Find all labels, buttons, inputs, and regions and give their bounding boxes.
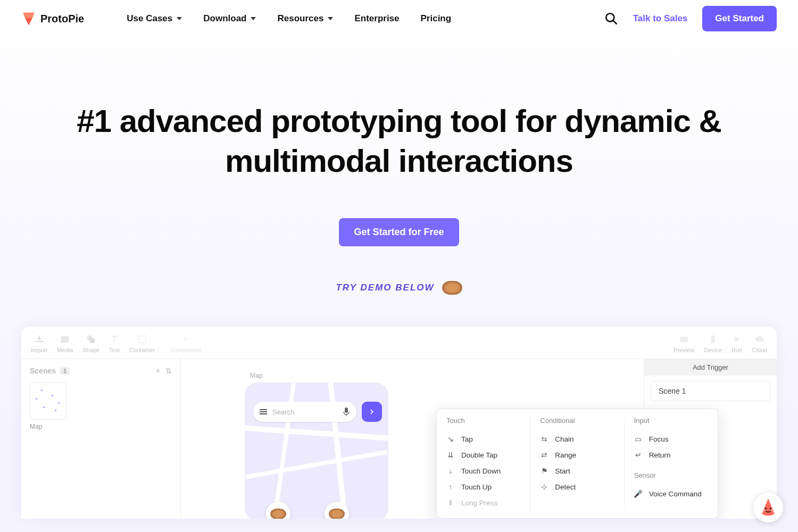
trigger-focus[interactable]: ▭Focus xyxy=(634,431,708,447)
scene-label: Map xyxy=(30,423,172,430)
tool-import[interactable]: Import xyxy=(31,334,47,353)
chain-icon: ⇆ xyxy=(540,435,548,443)
nav-use-cases[interactable]: Use Cases xyxy=(127,13,182,24)
tool-device[interactable]: Device xyxy=(704,334,722,353)
map-search-field[interactable]: Search xyxy=(253,402,356,422)
component-icon xyxy=(180,334,191,345)
run-icon xyxy=(732,334,742,345)
touch-down-icon: ↓ xyxy=(446,467,455,475)
get-started-button[interactable]: Get Started xyxy=(702,6,777,31)
nav-pricing[interactable]: Pricing xyxy=(421,13,452,24)
svg-point-10 xyxy=(770,508,771,509)
popover-col-conditional: Conditional ⇆Chain ⇄Range ⚑Start ⊹Detect xyxy=(530,417,624,511)
popover-col-touch: Touch ↘Tap ⇊Double Tap ↓Touch Down ↑Touc… xyxy=(437,417,530,511)
scene-tab[interactable]: Scene 1 xyxy=(651,381,770,401)
tool-container[interactable]: Container xyxy=(129,334,155,353)
brand-name: ProtoPie xyxy=(40,13,84,25)
talk-to-sales-link[interactable]: Talk to Sales xyxy=(633,13,688,24)
voice-icon: 🎤 xyxy=(634,489,643,498)
tap-icon: ↘ xyxy=(446,435,455,443)
svg-rect-5 xyxy=(138,336,145,343)
map-prototype[interactable]: Search xyxy=(245,383,388,519)
detect-icon: ⊹ xyxy=(540,483,548,491)
chevron-down-icon xyxy=(251,17,256,20)
canvas-scene-label: Map xyxy=(250,372,262,379)
add-trigger-button[interactable]: Add Trigger xyxy=(644,359,777,376)
tool-media[interactable]: Media xyxy=(57,334,73,353)
trigger-long-press[interactable]: ⬇Long Press xyxy=(446,495,520,511)
svg-point-12 xyxy=(771,510,773,511)
shape-icon xyxy=(86,334,96,345)
nav-enterprise[interactable]: Enterprise xyxy=(354,13,399,24)
chevron-right-icon xyxy=(368,408,376,415)
trigger-chain[interactable]: ⇆Chain xyxy=(540,431,614,447)
svg-rect-8 xyxy=(345,408,348,413)
protopie-logo-icon xyxy=(21,11,36,26)
brand-logo[interactable]: ProtoPie xyxy=(21,11,84,26)
chevron-down-icon xyxy=(177,17,182,20)
mascot-icon xyxy=(759,497,777,518)
popover-col-input: Input ▭Focus ↵Return Sensor 🎤Voice Comma… xyxy=(625,417,718,511)
container-icon xyxy=(137,334,147,345)
map-go-button[interactable] xyxy=(362,402,382,422)
trigger-popover: Touch ↘Tap ⇊Double Tap ↓Touch Down ↑Touc… xyxy=(436,409,718,519)
search-placeholder: Search xyxy=(272,408,337,416)
return-icon: ↵ xyxy=(634,451,643,459)
trigger-touch-down[interactable]: ↓Touch Down xyxy=(446,463,520,479)
get-started-free-button[interactable]: Get Started for Free xyxy=(339,218,459,246)
start-icon: ⚑ xyxy=(540,467,548,475)
tool-preview[interactable]: Preview xyxy=(674,334,694,353)
trigger-tap[interactable]: ↘Tap xyxy=(446,431,520,447)
chevron-down-icon xyxy=(328,17,333,20)
cloud-icon xyxy=(754,334,765,345)
tool-text[interactable]: Text xyxy=(109,334,120,353)
preview-icon xyxy=(679,334,689,345)
popover-heading-conditional: Conditional xyxy=(540,417,614,425)
tool-cloud[interactable]: Cloud xyxy=(752,334,767,353)
trigger-start[interactable]: ⚑Start xyxy=(540,463,614,479)
pie-icon xyxy=(270,509,286,519)
import-icon xyxy=(34,334,45,345)
scenes-panel: Scenes 1 +⇅ Map xyxy=(21,359,181,519)
svg-rect-7 xyxy=(711,336,715,344)
trigger-detect[interactable]: ⊹Detect xyxy=(540,479,614,495)
double-tap-icon: ⇊ xyxy=(446,451,455,459)
tool-component[interactable]: Component xyxy=(171,334,201,353)
svg-rect-4 xyxy=(90,338,94,343)
media-icon xyxy=(60,334,70,345)
site-header: ProtoPie Use Cases Download Resources En… xyxy=(0,0,798,37)
trigger-range[interactable]: ⇄Range xyxy=(540,447,614,463)
svg-point-9 xyxy=(765,508,767,509)
sort-scenes-button[interactable]: ⇅ xyxy=(165,367,172,375)
nav-resources[interactable]: Resources xyxy=(277,13,333,24)
tool-run[interactable]: Run xyxy=(732,334,742,353)
trigger-double-tap[interactable]: ⇊Double Tap xyxy=(446,447,520,463)
popover-heading-input: Input xyxy=(634,417,708,425)
scene-thumbnail[interactable] xyxy=(30,383,67,420)
focus-icon: ▭ xyxy=(634,435,643,443)
add-scene-button[interactable]: + xyxy=(156,367,160,375)
long-press-icon: ⬇ xyxy=(446,498,455,507)
trigger-return[interactable]: ↵Return xyxy=(634,447,708,463)
primary-nav: Use Cases Download Resources Enterprise … xyxy=(127,13,451,24)
scenes-title: Scenes xyxy=(30,367,56,375)
hamburger-icon[interactable] xyxy=(260,409,267,414)
range-icon: ⇄ xyxy=(540,451,548,459)
trigger-touch-up[interactable]: ↑Touch Up xyxy=(446,479,520,495)
help-mascot-button[interactable] xyxy=(753,493,783,522)
demo-workspace: Scenes 1 +⇅ Map Map Search xyxy=(21,359,777,519)
svg-point-11 xyxy=(763,510,766,511)
trigger-voice-command[interactable]: 🎤Voice Command xyxy=(634,486,708,502)
scenes-count-badge: 1 xyxy=(60,367,70,375)
demo-app-shell: Import Media Shape Text Container Compon… xyxy=(21,327,777,519)
search-icon[interactable] xyxy=(604,12,618,26)
mic-icon[interactable] xyxy=(343,407,350,417)
svg-rect-6 xyxy=(680,337,688,342)
pie-icon xyxy=(442,281,462,295)
touch-up-icon: ↑ xyxy=(446,483,455,491)
nav-download[interactable]: Download xyxy=(203,13,256,24)
tool-shape[interactable]: Shape xyxy=(82,334,99,353)
pie-icon xyxy=(329,509,345,519)
hero-headline: #1 advanced prototyping tool for dynamic… xyxy=(21,101,777,181)
text-icon xyxy=(109,334,120,345)
